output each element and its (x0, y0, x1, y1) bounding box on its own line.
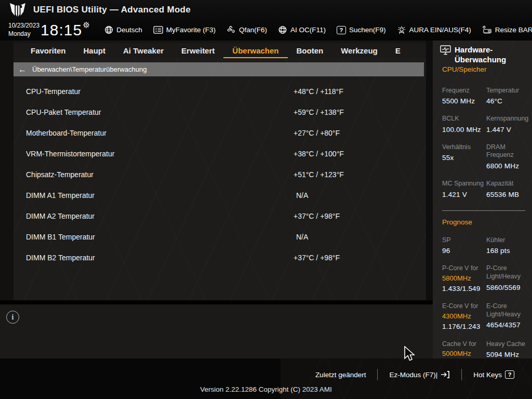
stat-heavy-cache: Heavy Cache 5094 MHz (486, 340, 531, 359)
row-value: N/A (296, 191, 308, 200)
table-row[interactable]: DIMM B2 Temperatur +37°C / +98°F (14, 247, 426, 268)
row-value: +51°C / +123°F (294, 170, 344, 179)
monitor-list: CPU-Temperatur +48°C / +118°F CPU-Paket … (14, 81, 426, 268)
clock-settings-gear-icon[interactable] (83, 21, 90, 29)
section-cpu-speicher: CPU/Speicher (442, 65, 532, 73)
sidebar-divider (442, 210, 525, 211)
table-row[interactable]: CPU-Paket Temperatur +59°C / +138°F (14, 102, 426, 123)
stat-mc-spannung: MC Spannung 1.421 V (442, 180, 486, 198)
last-modified-button[interactable]: Zuletzt geändert (304, 371, 378, 379)
qfan-button[interactable]: Qfan(F6) (227, 25, 267, 34)
info-icon: i (6, 311, 19, 324)
row-label: DIMM A2 Temperatur (26, 212, 95, 220)
stat-ecore-lh: E-Core Light/Heavy 4654/4357 (486, 302, 531, 329)
ai-oc-icon (278, 25, 287, 34)
cpu-stats-grid: Frequenz 5500 MHz Temperatur 46°C BCLK 1… (442, 87, 532, 208)
mouse-cursor (404, 346, 415, 362)
stat-pcore-lh: P-Core Light/Heavy 5860/5569 (486, 264, 531, 291)
stat-kapazitaet: Kapazität 65536 MB (486, 180, 531, 198)
myfavorite-label: MyFavorite (F3) (166, 26, 216, 34)
stat-kuehler: Kühler 168 pts (486, 236, 531, 255)
aura-button[interactable]: AURA EIN/AUS(F4) (397, 25, 471, 34)
main-menu-tabs: Favoriten Haupt Ai Tweaker Erweitert Übe… (14, 43, 433, 58)
breadcrumb-path: Überwachen\Temperaturüberwachung (32, 65, 147, 73)
prognose-grid: SP 96 Kühler 168 pts P-Core V for 5800MH… (442, 236, 532, 378)
content-area: ← Überwachen\Temperaturüberwachung CPU-T… (14, 58, 426, 300)
resize-bar-icon (482, 25, 492, 34)
table-row[interactable]: DIMM A1 Temperatur N/A (14, 185, 426, 206)
tab-ueberwachen[interactable]: Überwachen (223, 43, 287, 58)
row-label: VRM-Thermistortemperatur (26, 150, 114, 158)
footer-actions: Zuletzt geändert Ez-Modus (F7)| Hot Keys… (304, 369, 526, 380)
ez-mode-exit-icon (441, 370, 450, 379)
stat-pcore-v: P-Core V for 5800MHz 1.433/1.549 (442, 264, 486, 292)
sidebar-title: Hardware-Überwachung (455, 45, 526, 65)
ez-mode-button[interactable]: Ez-Modus (F7)| (378, 370, 461, 379)
row-value: +37°C / +98°F (294, 254, 340, 262)
table-row[interactable]: Chipsatz-Temperatur +51°C / +123°F (14, 164, 426, 185)
language-label: Deutsch (116, 26, 142, 34)
version-text: Version 2.22.1286 Copyright (C) 2023 AMI (0, 385, 532, 393)
stat-temperatur: Temperatur 46°C (486, 87, 531, 105)
footer-bar: Zuletzt geändert Ez-Modus (F7)| Hot Keys… (0, 358, 532, 399)
table-row[interactable]: DIMM B1 Temperatur N/A (14, 227, 426, 247)
resize-bar-button[interactable]: Resize BAR (482, 25, 532, 34)
qfan-label: Qfan(F6) (239, 26, 267, 34)
ai-oc-label: AI OC(F11) (290, 26, 326, 34)
stat-dram-frequenz: DRAM Frequenz 6800 MHz (486, 143, 531, 170)
stat-bclk: BCLK 100.00 MHz (442, 115, 486, 134)
question-mark-icon: ? (505, 370, 514, 379)
table-row[interactable]: DIMM A2 Temperatur +37°C / +98°F (14, 206, 426, 227)
row-value: +48°C / +118°F (294, 87, 343, 96)
tab-erweitert[interactable]: Erweitert (172, 43, 223, 58)
breadcrumb: ← Überwachen\Temperaturüberwachung (14, 62, 424, 76)
brand-row: UEFI BIOS Utility — Advanced Mode (0, 0, 532, 19)
weekday-value: Monday (8, 30, 39, 38)
section-divider (0, 300, 433, 304)
table-row[interactable]: CPU-Temperatur +48°C / +118°F (14, 81, 426, 102)
tab-ai-tweaker[interactable]: Ai Tweaker (114, 43, 172, 58)
resize-bar-label: Resize BAR (495, 26, 532, 34)
tab-favoriten[interactable]: Favoriten (22, 43, 75, 58)
aura-icon (397, 25, 406, 34)
row-label: DIMM A1 Temperatur (26, 191, 95, 200)
time-value: 18:15 (41, 22, 82, 38)
info-panel: i (0, 304, 433, 358)
tab-werkzeug[interactable]: Werkzeug (332, 43, 387, 58)
row-label: Motherboard-Temperatur (26, 129, 107, 137)
search-icon: ? (337, 26, 346, 34)
row-value: N/A (296, 233, 308, 241)
row-label: CPU-Temperatur (26, 87, 81, 96)
date-value: 10/23/2023 (8, 22, 39, 30)
language-button[interactable]: Deutsch (104, 25, 142, 34)
myfavorite-button[interactable]: MyFavorite (F3) (153, 26, 216, 34)
bios-screen: UEFI BIOS Utility — Advanced Mode 10/23/… (0, 0, 532, 399)
row-label: Chipsatz-Temperatur (26, 170, 94, 179)
table-row[interactable]: VRM-Thermistortemperatur +38°C / +100°F (14, 143, 426, 164)
row-label: DIMM B1 Temperatur (26, 233, 95, 241)
time-display[interactable]: 18:15 (41, 22, 90, 38)
top-bar: UEFI BIOS Utility — Advanced Mode 10/23/… (0, 0, 532, 41)
hot-keys-button[interactable]: Hot Keys ? (462, 370, 526, 379)
stat-sp: SP 96 (442, 236, 486, 255)
row-value: +59°C / +138°F (294, 108, 344, 116)
stat-verhaeltnis: Verhältnis 55x (442, 143, 486, 162)
search-button[interactable]: ? Suchen(F9) (337, 26, 386, 34)
sidebar-header: Hardware-Überwachung (440, 45, 529, 65)
tab-booten[interactable]: Booten (288, 43, 332, 58)
hardware-monitor-sidebar: Hardware-Überwachung CPU/Speicher Freque… (433, 41, 532, 358)
ai-oc-button[interactable]: AI OC(F11) (278, 25, 326, 34)
back-arrow-icon[interactable]: ← (18, 65, 26, 74)
quick-bar: 10/23/2023 Monday 18:15 (0, 19, 532, 41)
tuf-logo-icon (6, 2, 28, 18)
stat-ecore-v: E-Core V for 4300MHz 1.176/1.243 (442, 302, 486, 330)
monitor-graph-icon (440, 45, 451, 65)
tab-haupt[interactable]: Haupt (75, 43, 115, 58)
stat-kernspannung: Kernspannung 1.447 V (486, 115, 531, 134)
app-title: UEFI BIOS Utility — Advanced Mode (33, 5, 191, 15)
section-prognose: Prognose (442, 218, 532, 226)
table-row[interactable]: Motherboard-Temperatur +27°C / +80°F (14, 123, 426, 143)
tab-beenden-truncated[interactable]: E (387, 43, 409, 58)
date-display[interactable]: 10/23/2023 Monday (8, 22, 39, 38)
qfan-icon (227, 25, 236, 34)
